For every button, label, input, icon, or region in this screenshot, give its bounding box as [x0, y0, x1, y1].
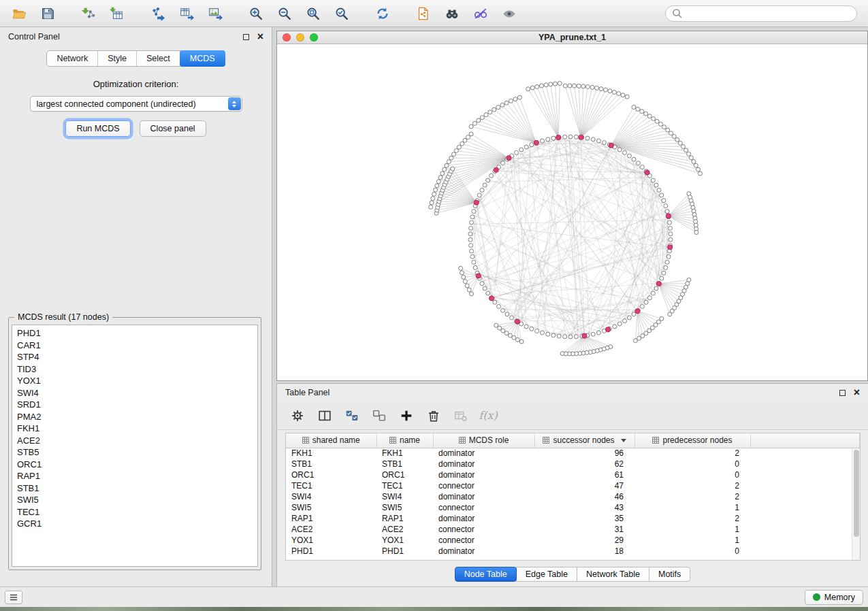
export-table-button[interactable]	[174, 3, 199, 24]
float-table-panel-icon[interactable]	[839, 390, 846, 396]
result-node-item[interactable]: SWI5	[12, 494, 257, 506]
result-node-item[interactable]: SWI4	[12, 387, 257, 399]
show-all-button[interactable]	[497, 3, 521, 24]
result-node-item[interactable]: TID3	[12, 363, 257, 376]
tab-motifs[interactable]: Motifs	[649, 567, 690, 582]
column-type-icon	[459, 437, 466, 444]
search-input[interactable]	[686, 9, 850, 18]
tab-select[interactable]: Select	[137, 51, 180, 66]
tab-edge-table[interactable]: Edge Table	[516, 567, 577, 582]
column-header-successor-nodes[interactable]: successor nodes	[534, 433, 634, 448]
tab-network-table[interactable]: Network Table	[577, 567, 649, 582]
memory-button[interactable]: Memory	[805, 590, 863, 605]
cell-shared-name: RAP1	[286, 513, 376, 524]
cell-name: SWI5	[376, 502, 433, 513]
delete-table-button-disabled[interactable]	[450, 406, 472, 426]
result-node-item[interactable]: PMA2	[12, 411, 257, 423]
import-table-icon	[110, 6, 125, 21]
cell-name: YOX1	[376, 535, 433, 546]
cell-name: TEC1	[376, 480, 433, 491]
window-close-icon[interactable]	[283, 33, 291, 42]
table-row[interactable]: ACE2ACE2connector311	[286, 524, 860, 535]
unchecked-boxes-icon	[372, 408, 387, 423]
deselect-all-rows-button[interactable]	[368, 406, 390, 426]
mcds-result-title: MCDS result (17 nodes)	[14, 312, 112, 322]
find-network-button[interactable]	[440, 3, 464, 24]
close-table-panel-icon[interactable]: ×	[854, 389, 860, 396]
table-row[interactable]: FKH1FKH1dominator962	[286, 448, 860, 459]
result-node-item[interactable]: ORC1	[12, 459, 257, 471]
export-network-button[interactable]	[146, 3, 170, 24]
result-node-item[interactable]: PHD1	[12, 325, 257, 340]
table-row[interactable]: TEC1TEC1connector472	[286, 480, 860, 491]
tab-style[interactable]: Style	[98, 51, 137, 66]
window-minimize-icon[interactable]	[296, 33, 304, 42]
result-node-item[interactable]: GCR1	[12, 518, 257, 530]
table-row[interactable]: RAP1RAP1dominator352	[286, 513, 860, 524]
result-node-item[interactable]: STB5	[12, 446, 257, 459]
cell-filler	[750, 535, 860, 546]
network-graph[interactable]	[277, 44, 867, 380]
table-row[interactable]: STB1STB1dominator620	[286, 459, 860, 469]
export-image-button[interactable]	[203, 3, 227, 24]
window-zoom-icon[interactable]	[310, 33, 318, 42]
column-header-mcds-role[interactable]: MCDS role	[433, 433, 534, 448]
cell-name: STB1	[376, 459, 433, 469]
column-header-name[interactable]: name	[376, 433, 433, 448]
apply-layout-button[interactable]	[370, 3, 395, 24]
optimization-criterion-select[interactable]: largest connected component (undirected)	[30, 96, 242, 112]
table-row[interactable]: SWI4SWI4dominator462	[286, 491, 860, 502]
result-node-item[interactable]: TEC1	[12, 506, 257, 518]
float-panel-icon[interactable]	[243, 34, 249, 40]
column-type-icon	[543, 437, 549, 444]
run-mcds-button[interactable]: Run MCDS	[65, 120, 130, 137]
delete-column-button[interactable]	[423, 406, 445, 426]
tab-node-table[interactable]: Node Table	[455, 567, 517, 582]
zoom-out-button[interactable]	[272, 3, 297, 24]
result-node-item[interactable]: YOX1	[12, 375, 257, 387]
result-node-item[interactable]: STP4	[12, 351, 257, 363]
result-node-item[interactable]: CAR1	[12, 340, 257, 352]
import-network-button[interactable]	[76, 3, 101, 24]
hide-selected-button[interactable]	[468, 3, 493, 24]
cell-name: ORC1	[376, 469, 433, 480]
column-header-shared-name[interactable]: shared name	[286, 433, 376, 448]
table-settings-button[interactable]	[287, 406, 308, 426]
tab-network[interactable]: Network	[47, 51, 98, 66]
add-column-button[interactable]	[396, 406, 417, 426]
import-table-button[interactable]	[105, 3, 129, 24]
network-view-window: YPA_prune.txt_1	[276, 31, 868, 381]
select-all-rows-button[interactable]	[341, 406, 363, 426]
close-panel-icon[interactable]: ×	[257, 33, 263, 40]
open-session-button[interactable]	[7, 3, 31, 24]
cell-shared-name: SWI4	[286, 491, 376, 502]
cell-shared-name: SWI5	[286, 502, 376, 513]
column-type-icon	[302, 437, 309, 444]
zoom-selected-button[interactable]	[329, 3, 354, 24]
tab-mcds[interactable]: MCDS	[180, 50, 225, 67]
network-canvas[interactable]	[277, 44, 867, 380]
result-node-item[interactable]: RAP1	[12, 470, 257, 482]
result-node-item[interactable]: STB1	[12, 482, 257, 495]
result-node-item[interactable]: ACE2	[12, 435, 257, 447]
result-node-item[interactable]: FKH1	[12, 423, 257, 435]
table-row[interactable]: YOX1YOX1connector291	[286, 535, 860, 546]
show-columns-button[interactable]	[314, 406, 336, 426]
network-window-titlebar[interactable]: YPA_prune.txt_1	[277, 31, 867, 44]
table-row[interactable]: SWI5SWI5connector431	[286, 502, 860, 513]
zoom-fit-button[interactable]	[301, 3, 325, 24]
result-node-item[interactable]: SRD1	[12, 399, 257, 411]
table-scrollbar[interactable]	[852, 448, 860, 560]
status-menu-button[interactable]	[5, 591, 22, 604]
function-builder-button[interactable]: f(x)	[477, 406, 499, 426]
share-document-button[interactable]	[411, 3, 436, 24]
column-header-predecessor-nodes[interactable]: predecessor nodes	[634, 433, 750, 448]
refresh-icon	[375, 6, 390, 21]
close-panel-button[interactable]: Close panel	[140, 120, 206, 137]
table-row[interactable]: PHD1PHD1dominator180	[286, 546, 860, 557]
save-session-button[interactable]	[35, 3, 60, 24]
zoom-in-button[interactable]	[244, 3, 268, 24]
table-scrollbar-thumb[interactable]	[854, 450, 859, 537]
glasses-slash-icon	[473, 6, 488, 21]
table-row[interactable]: ORC1ORC1dominator610	[286, 469, 860, 480]
